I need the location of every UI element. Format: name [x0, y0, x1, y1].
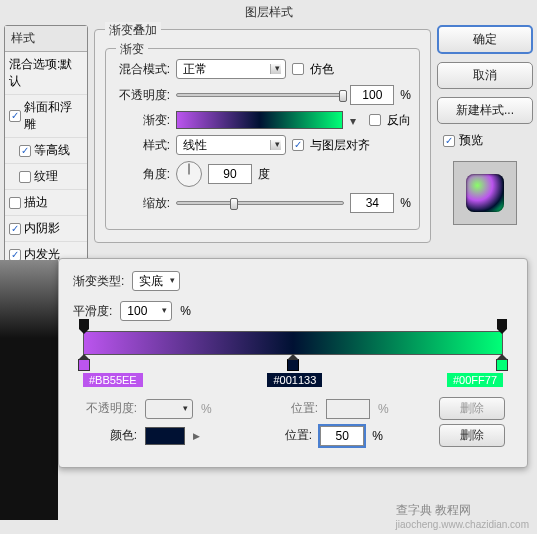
blending-options[interactable]: 混合选项:默认	[5, 52, 87, 95]
style-contour[interactable]: 等高线	[5, 138, 87, 164]
delete-stop-button[interactable]: 删除	[439, 397, 505, 420]
scale-label: 缩放:	[114, 195, 170, 212]
dither-checkbox[interactable]	[292, 63, 304, 75]
checkbox-icon[interactable]	[19, 145, 31, 157]
checkbox-icon[interactable]	[19, 171, 31, 183]
scale-slider[interactable]	[176, 201, 344, 205]
hex-badge: #001133	[267, 373, 322, 387]
chevron-down-icon[interactable]: ▶	[193, 431, 200, 441]
opacity-stop[interactable]	[79, 319, 89, 329]
smoothness-select[interactable]: 100	[120, 301, 172, 321]
subgroup-legend: 渐变	[116, 41, 148, 58]
gradient-swatch[interactable]	[176, 111, 343, 129]
smoothness-label: 平滑度:	[73, 303, 112, 320]
preview-checkbox[interactable]	[443, 135, 455, 147]
gradient-editor-panel: 渐变类型: 实底 平滑度: 100 % #BB55EE #001133 #00F…	[58, 258, 528, 468]
style-inner-shadow[interactable]: 内阴影	[5, 216, 87, 242]
gradient-label: 渐变:	[114, 112, 170, 129]
stop-opacity-label: 不透明度:	[81, 400, 137, 417]
style-texture[interactable]: 纹理	[5, 164, 87, 190]
styles-header: 样式	[5, 26, 87, 52]
style-stroke[interactable]: 描边	[5, 190, 87, 216]
reverse-label: 反向	[387, 112, 411, 129]
angle-label: 角度:	[114, 166, 170, 183]
color-stop[interactable]	[496, 359, 508, 371]
dither-label: 仿色	[310, 61, 334, 78]
stop-position-label: 位置:	[262, 400, 318, 417]
checkbox-icon[interactable]	[9, 197, 21, 209]
ok-button[interactable]: 确定	[437, 25, 533, 54]
color-swatch[interactable]	[145, 427, 185, 445]
scale-input[interactable]: 34	[350, 193, 394, 213]
preview-thumb	[453, 161, 517, 225]
gradient-overlay-group: 渐变叠加 渐变 混合模式: 正常 仿色 不透明度: 100 % 渐变:	[94, 29, 431, 243]
checkbox-icon[interactable]	[9, 223, 21, 235]
color-stop[interactable]	[287, 359, 299, 371]
checkbox-icon[interactable]	[9, 249, 21, 261]
opacity-stop[interactable]	[497, 319, 507, 329]
style-label: 样式:	[114, 137, 170, 154]
hex-badge: #00FF77	[447, 373, 503, 387]
bg-shadow	[0, 260, 58, 520]
group-legend: 渐变叠加	[105, 22, 161, 39]
cancel-button[interactable]: 取消	[437, 62, 533, 89]
delete-color-button[interactable]: 删除	[439, 424, 505, 447]
gradient-type-select[interactable]: 实底	[132, 271, 180, 291]
align-checkbox[interactable]	[292, 139, 304, 151]
angle-dial[interactable]	[176, 161, 202, 187]
gradient-subgroup: 渐变 混合模式: 正常 仿色 不透明度: 100 % 渐变:	[105, 48, 420, 230]
blend-mode-label: 混合模式:	[114, 61, 170, 78]
checkbox-icon[interactable]	[9, 110, 21, 122]
reverse-checkbox[interactable]	[369, 114, 381, 126]
opacity-slider[interactable]	[176, 93, 344, 97]
gradient-type-label: 渐变类型:	[73, 273, 124, 290]
style-select[interactable]: 线性	[176, 135, 286, 155]
dialog-title: 图层样式	[0, 0, 537, 25]
align-label: 与图层对齐	[310, 137, 370, 154]
angle-input[interactable]: 90	[208, 164, 252, 184]
watermark: 查字典 教程网 jiaocheng.www.chazidian.com	[396, 502, 529, 530]
opacity-input[interactable]: 100	[350, 85, 394, 105]
opacity-label: 不透明度:	[114, 87, 170, 104]
color-position-input[interactable]: 50	[320, 426, 364, 446]
color-stop[interactable]	[78, 359, 90, 371]
stop-opacity-input[interactable]	[145, 399, 193, 419]
blend-mode-select[interactable]: 正常	[176, 59, 286, 79]
color-position-label: 位置:	[256, 427, 312, 444]
stop-color-label: 颜色:	[81, 427, 137, 444]
hex-badge: #BB55EE	[83, 373, 143, 387]
preview-label: 预览	[459, 132, 483, 149]
gradient-bar[interactable]	[83, 331, 503, 355]
style-bevel[interactable]: 斜面和浮雕	[5, 95, 87, 138]
new-style-button[interactable]: 新建样式...	[437, 97, 533, 124]
stop-position-input[interactable]	[326, 399, 370, 419]
